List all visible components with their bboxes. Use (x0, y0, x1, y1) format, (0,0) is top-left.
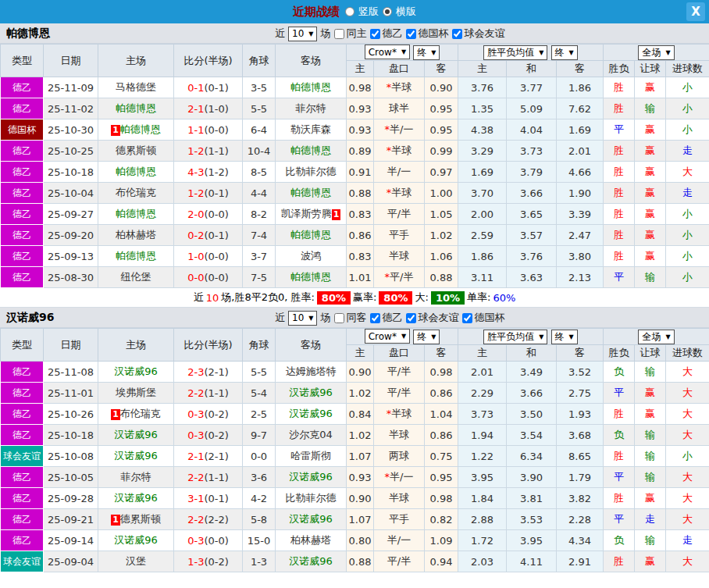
corners-cell: 8-2 (243, 204, 276, 225)
filter-checkbox[interactable]: 德国杯 (461, 311, 504, 325)
final-odds-select[interactable]: 终▼ (413, 330, 440, 344)
handicap-result-cell: 赢 (635, 119, 666, 141)
home-team-cell: 马格德堡 (98, 77, 174, 98)
home-odds-cell: 0.93 (347, 467, 374, 488)
away-odds-cell: 1.06 (425, 246, 458, 267)
fulltime-select[interactable]: 全场▼ (638, 45, 674, 60)
goals-result-cell: 大 (666, 509, 709, 530)
goals-result-cell: 大 (666, 162, 709, 183)
close-icon[interactable]: X (686, 2, 705, 21)
chevron-down-icon: ▼ (431, 333, 436, 340)
asian-odds-group-header: Crow*▼ 终▼ (347, 329, 458, 345)
home-odds-cell: 0.90 (347, 362, 374, 383)
checkbox-icon[interactable] (370, 313, 380, 323)
win-rate-badge: 80% (317, 291, 351, 305)
vertical-layout-radio[interactable] (345, 7, 354, 16)
lose-odds-cell: 3.68 (557, 425, 604, 446)
away-team-cell: 帕德博恩 (276, 77, 347, 98)
checkbox-icon[interactable] (406, 313, 416, 323)
home-odds-cell: 0.84 (347, 404, 374, 425)
league-cell: 德乙 (1, 467, 44, 488)
away-odds-cell: 0.75 (425, 446, 458, 467)
away-odds-cell: 1.04 (425, 404, 458, 425)
wdl-average-select[interactable]: 胜平负均值▼ (483, 45, 547, 60)
result-cell: 胜 (604, 446, 635, 467)
lose-odds-cell: 2.13 (557, 267, 604, 288)
checkbox-icon[interactable] (452, 29, 462, 39)
column-subheader: 盘口 (374, 345, 425, 362)
filter-checkbox[interactable]: 德国杯 (405, 27, 448, 41)
bookmaker-select[interactable]: Crow*▼ (365, 45, 410, 59)
filter-checkbox[interactable]: 球会友谊 (405, 311, 458, 325)
corners-cell: 5-4 (243, 383, 276, 404)
matches-unit-label: 场 (320, 311, 330, 325)
result-group-header: 全场▼ (604, 45, 709, 61)
date-cell: 25-11-02 (44, 98, 98, 119)
match-row: 德乙25-11-09马格德堡0-1(0-1)3-5帕德博恩0.98*半球0.90… (1, 77, 709, 98)
filter-checkbox[interactable]: 球会友谊 (451, 27, 504, 41)
home-team-cell: 帕德博恩 (98, 246, 174, 267)
score-cell: 2-2(2-2) (174, 509, 243, 530)
result-cell: 胜 (604, 204, 635, 225)
league-cell: 球会友谊 (1, 551, 44, 572)
win-odds-cell: 1.22 (458, 446, 507, 467)
checkbox-icon[interactable] (334, 29, 344, 39)
checkbox-icon[interactable] (334, 313, 344, 323)
final-odds-select[interactable]: 终▼ (551, 45, 578, 60)
column-header: 日期 (44, 329, 98, 362)
result-cell: 胜 (604, 246, 635, 267)
final-odds-select[interactable]: 终▼ (413, 45, 440, 60)
away-team-cell: 汉诺威96 (276, 404, 347, 425)
near-label: 近 (275, 27, 285, 41)
column-subheader: 主 (347, 345, 374, 362)
win-odds-cell: 3.76 (458, 77, 507, 98)
profit-rate-badge: 80% (379, 291, 412, 305)
checkbox-icon[interactable] (406, 29, 416, 39)
column-subheader: 进球数 (666, 61, 709, 77)
draw-odds-cell: 3.53 (507, 509, 557, 530)
handicap-cell: *半球 (374, 77, 425, 98)
filter-checkbox[interactable]: 德乙 (369, 27, 402, 41)
filter-checkbox[interactable]: 同客 (333, 311, 366, 325)
horizontal-layout-radio[interactable] (383, 7, 392, 16)
handicap-result-cell: 走 (635, 509, 666, 530)
home-team-cell: 帕德博恩 (98, 162, 174, 183)
final-odds-select[interactable]: 终▼ (551, 330, 578, 344)
wdl-average-select[interactable]: 胜平负均值▼ (483, 330, 547, 344)
home-team-cell: 汉诺威96 (98, 446, 174, 467)
handicap-cell: *半/一 (374, 119, 425, 141)
score-cell: 2-3(2-1) (174, 362, 243, 383)
horizontal-layout-label: 横版 (396, 5, 416, 19)
lose-odds-cell: 1.90 (557, 183, 604, 204)
date-cell: 25-10-04 (44, 183, 98, 204)
league-cell: 德乙 (1, 488, 44, 509)
home-odds-cell: 0.90 (347, 488, 374, 509)
away-odds-cell: 0.98 (425, 488, 458, 509)
home-odds-cell: 0.88 (347, 551, 374, 572)
draw-odds-cell: 3.66 (507, 383, 557, 404)
checkbox-icon[interactable] (370, 29, 380, 39)
match-row: 德乙25-10-04布伦瑞克1-2(0-1)4-4帕德博恩0.88*半球1.00… (1, 183, 709, 204)
team-sections: 帕德博恩近10▼场同主德乙德国杯球会友谊类型日期主场比分(半场)角球客场Crow… (0, 23, 709, 572)
score-cell: 0-3(0-2) (174, 425, 243, 446)
handicap-result-cell: 赢 (635, 225, 666, 246)
away-odds-cell: 0.86 (425, 383, 458, 404)
goals-result-cell: 小 (666, 119, 709, 141)
bookmaker-select[interactable]: Crow*▼ (365, 329, 410, 344)
fulltime-select[interactable]: 全场▼ (638, 330, 674, 344)
goals-result-cell: 走 (666, 530, 709, 551)
column-header: 比分(半场) (174, 329, 243, 362)
checkbox-icon[interactable] (462, 313, 472, 323)
chevron-down-icon: ▼ (665, 49, 670, 56)
handicap-result-cell: 输 (635, 267, 666, 288)
league-cell: 德乙 (1, 267, 44, 288)
match-count-select[interactable]: 10▼ (288, 27, 317, 41)
column-header: 类型 (1, 329, 44, 362)
handicap-cell: 平手 (374, 509, 425, 530)
result-cell: 胜 (604, 141, 635, 162)
lose-odds-cell: 2.01 (557, 141, 604, 162)
filter-checkbox[interactable]: 同主 (333, 27, 366, 41)
result-cell: 胜 (604, 404, 635, 425)
filter-checkbox[interactable]: 德乙 (369, 311, 402, 325)
match-count-select[interactable]: 10▼ (288, 311, 317, 326)
